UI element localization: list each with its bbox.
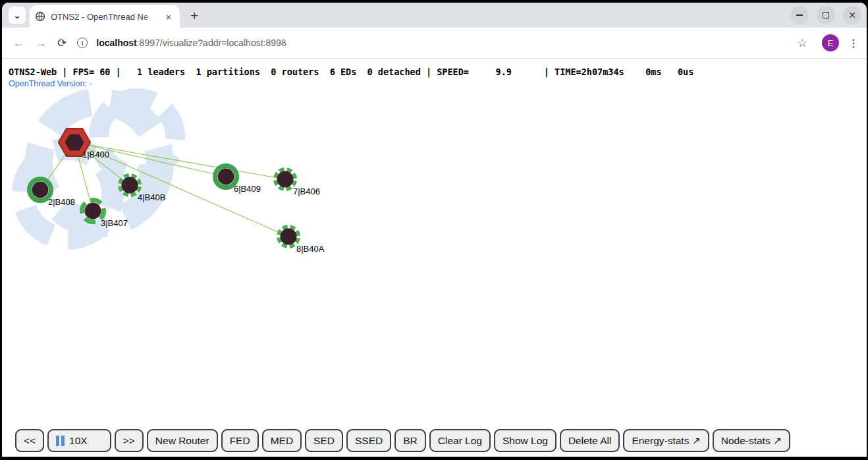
node-label: 7|B406 xyxy=(293,187,320,196)
tab-title-fade xyxy=(142,8,161,25)
network-node[interactable]: 7|B406 xyxy=(274,168,320,196)
node-label: 4|B40B xyxy=(138,192,165,202)
speed-up-button[interactable]: >> xyxy=(115,429,144,452)
med-button[interactable]: MED xyxy=(262,429,302,452)
pause-icon xyxy=(56,436,65,446)
tab-strip: ⌄ OTNS2 - OpenThread Ne × + ✕ xyxy=(2,3,867,28)
browser-window: ⌄ OTNS2 - OpenThread Ne × + ✕ ← → xyxy=(2,3,867,457)
page-content: 1|B4002|B4083|B4074|B40B6|B4097|B4068|B4… xyxy=(2,59,867,457)
minimize-icon xyxy=(796,14,803,16)
status-bar: OTNS2-Web | FPS= 60 | 1 leaders 1 partit… xyxy=(9,67,693,77)
reload-button[interactable]: ⟳ xyxy=(57,38,67,49)
speed-pause-button[interactable]: 10X xyxy=(47,429,111,452)
minimize-button[interactable] xyxy=(790,6,809,24)
node-stats-button[interactable]: Node-stats ↗ xyxy=(713,429,790,452)
desktop-background: ⌄ OTNS2 - OpenThread Ne × + ✕ ← → xyxy=(0,0,868,460)
show-log-button[interactable]: Show Log xyxy=(494,429,556,452)
network-node[interactable]: 6|B409 xyxy=(215,166,261,194)
forward-button[interactable]: → xyxy=(35,37,47,49)
close-icon: ✕ xyxy=(848,10,856,20)
network-canvas[interactable]: 1|B4002|B4083|B4074|B40B6|B4097|B4068|B4… xyxy=(2,59,867,457)
maximize-button[interactable] xyxy=(817,6,835,24)
speed-down-button[interactable]: << xyxy=(15,429,44,452)
node-label: 8|B40A xyxy=(296,244,325,254)
url-path: :8997/visualize?addr=localhost:8998 xyxy=(137,38,286,48)
br-button[interactable]: BR xyxy=(394,429,426,452)
maximize-icon xyxy=(823,12,829,18)
ssed-button[interactable]: SSED xyxy=(346,429,391,452)
clear-log-button[interactable]: Clear Log xyxy=(429,429,491,452)
tab-search-button[interactable]: ⌄ xyxy=(9,7,26,24)
node-core xyxy=(277,171,294,188)
tab-otns2[interactable]: OTNS2 - OpenThread Ne × xyxy=(30,5,180,28)
node-label: 2|B408 xyxy=(48,197,75,207)
node-core xyxy=(32,182,49,198)
new-router-button[interactable]: New Router xyxy=(147,429,218,452)
browser-menu-icon[interactable]: ⋮ xyxy=(848,37,859,49)
page-info-icon[interactable]: i xyxy=(77,38,88,48)
node-core xyxy=(122,177,138,194)
node-label: 6|B409 xyxy=(234,184,261,194)
node-label: 1|B400 xyxy=(82,150,109,159)
url-text[interactable]: localhost:8997/visualize?addr=localhost:… xyxy=(96,38,286,48)
otns-watermark xyxy=(7,82,191,255)
energy-stats-button[interactable]: Energy-stats ↗ xyxy=(623,429,709,452)
node-label: 3|B407 xyxy=(101,218,128,228)
control-toolbar: << 10X >> New Router FED MED SED SSED BR… xyxy=(15,429,790,452)
chevron-down-icon: ⌄ xyxy=(14,11,21,20)
fed-button[interactable]: FED xyxy=(221,429,259,452)
globe-icon xyxy=(35,11,45,22)
back-button[interactable]: ← xyxy=(13,37,24,49)
address-bar[interactable]: i localhost:8997/visualize?addr=localhos… xyxy=(77,38,798,48)
delete-all-button[interactable]: Delete All xyxy=(560,429,620,452)
new-tab-button[interactable]: + xyxy=(190,9,198,22)
navigation-bar: ← → ⟳ i localhost:8997/visualize?addr=lo… xyxy=(2,28,867,59)
url-host: localhost xyxy=(96,38,136,48)
node-core xyxy=(218,169,234,185)
profile-avatar[interactable]: E xyxy=(822,34,839,51)
tab-close-icon[interactable]: × xyxy=(163,11,175,22)
network-node[interactable]: 8|B40A xyxy=(277,225,325,254)
openthread-version-link[interactable]: OpenThread Version: - xyxy=(9,79,92,88)
window-controls: ✕ xyxy=(790,6,861,24)
sed-button[interactable]: SED xyxy=(305,429,343,452)
node-core xyxy=(281,229,297,245)
node-core xyxy=(85,203,101,219)
close-button[interactable]: ✕ xyxy=(843,6,861,24)
bookmark-star-icon[interactable]: ☆ xyxy=(798,36,807,50)
